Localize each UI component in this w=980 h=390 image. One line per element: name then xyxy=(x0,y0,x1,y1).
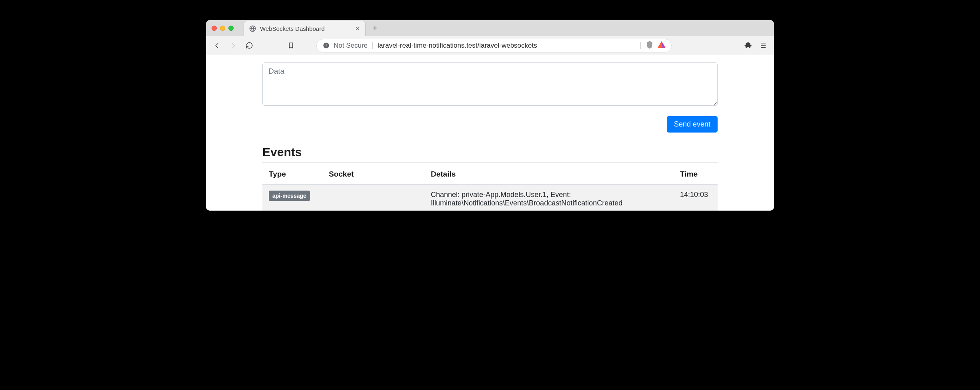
minimize-window-button[interactable] xyxy=(220,26,225,31)
window-controls xyxy=(206,20,239,36)
tab-title: WebSockets Dashboard xyxy=(260,25,350,32)
globe-icon xyxy=(249,25,256,32)
col-header-time: Time xyxy=(674,164,718,185)
browser-tab[interactable]: WebSockets Dashboard × xyxy=(244,21,366,36)
table-header-row: Type Socket Details Time xyxy=(262,164,718,185)
hamburger-menu-icon[interactable] xyxy=(757,40,769,52)
close-tab-button[interactable]: × xyxy=(354,24,361,33)
brave-rewards-icon[interactable] xyxy=(658,41,666,50)
send-event-button[interactable]: Send event xyxy=(667,116,718,133)
titlebar: WebSockets Dashboard × + xyxy=(206,20,774,36)
reload-button[interactable] xyxy=(243,39,256,52)
url-text: laravel-real-time-notifications.test/lar… xyxy=(378,42,636,50)
not-secure-icon xyxy=(322,42,330,49)
events-heading: Events xyxy=(262,145,718,163)
back-button[interactable] xyxy=(211,39,224,52)
col-header-type: Type xyxy=(262,164,322,185)
divider xyxy=(372,42,373,49)
forward-button[interactable] xyxy=(227,39,240,52)
table-row: api-message Channel: private-App.Models.… xyxy=(262,185,718,211)
security-status: Not Secure xyxy=(334,42,368,50)
event-details-cell: Channel: private-App.Models.User.1, Even… xyxy=(424,185,674,211)
page-content: Send event Events Type Socket Details Ti… xyxy=(206,55,774,211)
svg-rect-2 xyxy=(326,44,326,46)
extensions-icon[interactable] xyxy=(742,40,754,52)
event-type-badge: api-message xyxy=(269,191,310,201)
divider xyxy=(640,42,641,49)
button-row: Send event xyxy=(262,116,718,133)
maximize-window-button[interactable] xyxy=(228,26,234,31)
data-textarea[interactable] xyxy=(262,62,718,106)
events-table: Type Socket Details Time api-message Cha… xyxy=(262,164,718,211)
close-window-button[interactable] xyxy=(212,26,217,31)
col-header-details: Details xyxy=(424,164,674,185)
event-socket-cell xyxy=(322,185,424,211)
browser-toolbar: Not Secure laravel-real-time-notificatio… xyxy=(206,36,774,55)
brave-shield-icon[interactable] xyxy=(646,40,654,51)
col-header-socket: Socket xyxy=(322,164,424,185)
event-time-cell: 14:10:03 xyxy=(674,185,718,211)
browser-window: WebSockets Dashboard × + Not Secure lara… xyxy=(206,20,774,211)
new-tab-button[interactable]: + xyxy=(368,20,382,36)
svg-rect-3 xyxy=(326,46,326,47)
address-bar[interactable]: Not Secure laravel-real-time-notificatio… xyxy=(316,39,672,52)
bookmark-icon[interactable] xyxy=(284,39,297,52)
